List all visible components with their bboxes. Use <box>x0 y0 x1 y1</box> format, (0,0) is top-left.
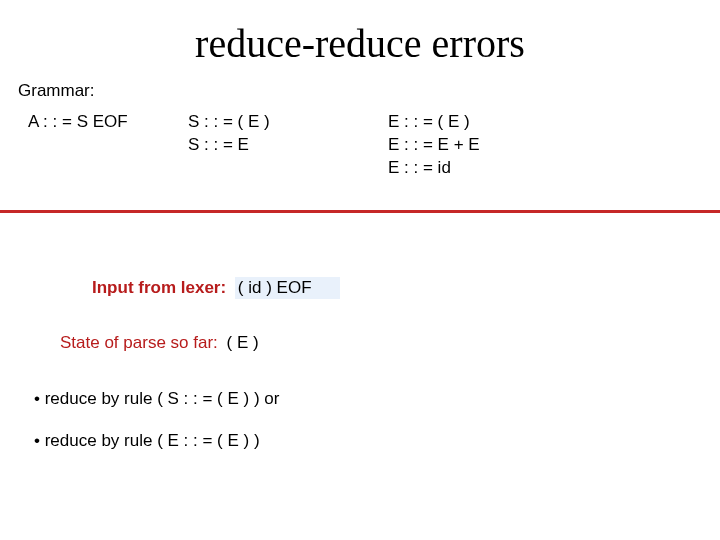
rule-e3: E : : = id <box>388 157 480 180</box>
divider <box>0 210 720 213</box>
rule-e: E : : = ( E ) E : : = E + E E : : = id <box>388 111 480 180</box>
slide: reduce-reduce errors Grammar: A : : = S … <box>0 0 720 540</box>
grammar-rules: A : : = S EOF S : : = ( E ) S : : = E E … <box>0 111 720 180</box>
rule-s: S : : = ( E ) S : : = E <box>188 111 388 180</box>
rule-s1: S : : = ( E ) <box>188 111 388 134</box>
rule-e1: E : : = ( E ) <box>388 111 480 134</box>
state-row: State of parse so far: ( E ) <box>0 333 720 353</box>
lexer-row: Input from lexer: ( id ) EOF <box>0 277 720 299</box>
rule-a-line: A : : = S EOF <box>28 111 188 134</box>
lexer-input: ( id ) EOF <box>235 277 340 299</box>
state-value: ( E ) <box>227 333 259 352</box>
slide-title: reduce-reduce errors <box>0 0 720 75</box>
bullet-2: • reduce by rule ( E : : = ( E ) ) <box>34 429 720 453</box>
bullet-1: • reduce by rule ( S : : = ( E ) ) or <box>34 387 720 411</box>
rule-e2: E : : = E + E <box>388 134 480 157</box>
rule-s2: S : : = E <box>188 134 388 157</box>
lexer-label: Input from lexer: <box>92 278 226 297</box>
state-label: State of parse so far: <box>60 333 218 352</box>
rule-a: A : : = S EOF <box>28 111 188 180</box>
bullets: • reduce by rule ( S : : = ( E ) ) or • … <box>0 387 720 453</box>
grammar-label: Grammar: <box>0 75 720 111</box>
